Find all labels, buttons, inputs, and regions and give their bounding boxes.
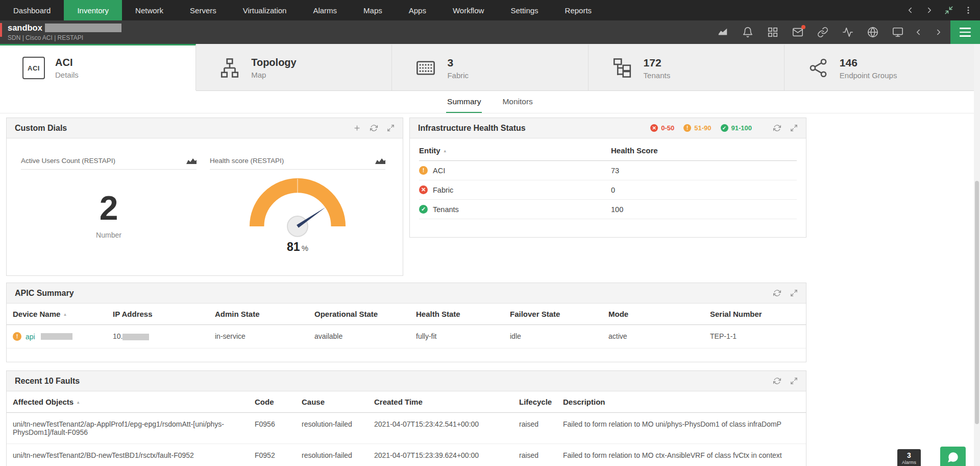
nav-item-alarms[interactable]: Alarms [300,0,350,20]
top-navigation: Dashboard Inventory Network Servers Virt… [0,0,980,20]
nav-item-inventory[interactable]: Inventory [64,0,122,20]
nav-item-virtualization[interactable]: Virtualization [230,0,300,20]
globe-icon[interactable] [867,27,878,38]
expand-icon[interactable] [790,289,798,297]
health-score-value: 0 [611,186,797,194]
affected-object: uni/tn-newTestTenant2/BD-newTestBD1/rsct… [7,444,249,466]
column-lifecycle: Lifecycle [513,391,557,413]
column-code: Code [249,391,296,413]
column-admin-state: Admin State [209,304,308,325]
nav-item-apps[interactable]: Apps [396,0,439,20]
column-serial-number: Serial Number [704,304,806,325]
recent-faults-panel: Recent 10 Faults Affected Objects Code C… [6,370,806,466]
tab-monitors[interactable]: Monitors [501,91,533,113]
panel-title: Infrastructure Health Status [418,124,526,133]
refresh-icon[interactable] [370,124,378,132]
warning-icon [13,332,21,341]
performance-activity-icon[interactable] [842,27,853,38]
next-device-icon[interactable] [934,28,943,37]
area-chart-icon[interactable] [717,27,728,38]
fault-created-time: 2021-04-07T15:23:39.624+00:00 [368,444,513,466]
device-link[interactable]: api [26,333,35,341]
column-entity[interactable]: Entity [419,146,611,155]
health-state-value: fully-fit [410,325,504,348]
topology-icon [217,56,242,80]
legend-critical: 0-50 [650,124,674,132]
kebab-menu-icon[interactable] [964,6,973,15]
panel-header: Custom Dials [7,118,403,138]
gauge-value: 81% [210,240,385,254]
nav-item-network[interactable]: Network [122,0,177,20]
affected-object: uni/tn-newTestTenant2/ap-ApplProf1/epg-e… [7,413,249,444]
nav-item-workflow[interactable]: Workflow [439,0,497,20]
nav-item-maps[interactable]: Maps [350,0,396,20]
nav-item-servers[interactable]: Servers [177,0,230,20]
alarm-bell-icon[interactable] [742,27,753,38]
device-type-breadcrumb: SDN | Cisco ACI | RESTAPI [8,34,121,41]
refresh-icon[interactable] [773,124,781,132]
card-count: 172 [644,57,671,69]
card-count: 146 [840,57,897,69]
mini-chart-icon[interactable] [375,157,385,164]
refresh-icon[interactable] [773,377,781,385]
column-description: Description [557,391,806,413]
legend-warning: 51-90 [683,124,711,132]
apic-summary-panel: APIC Summary Device Name IP Address Admi [6,283,806,362]
ip-redaction [122,334,149,340]
alarm-label: Alarms [897,460,921,465]
card-subtitle: Fabric [447,71,469,80]
fault-created-time: 2021-04-07T15:23:42.541+00:00 [368,413,513,444]
fault-lifecycle: raised [513,413,557,444]
fault-cause: resolution-failed [296,444,368,466]
fabric-icon [413,56,438,80]
scrollbar-thumb[interactable] [975,181,979,424]
nav-item-dashboard[interactable]: Dashboard [0,0,64,20]
legend-good: 91-100 [721,124,752,132]
expand-icon[interactable] [387,124,395,132]
fault-description: Failed to form relation to MO uni/phys-P… [557,413,806,444]
health-score-value: 100 [611,205,797,214]
page: Dashboard Inventory Network Servers Virt… [0,0,980,466]
nav-item-reports[interactable]: Reports [552,0,605,20]
tab-fabric[interactable]: 3 Fabric [392,44,588,90]
expand-icon[interactable] [790,377,798,385]
device-name-redaction [45,24,121,32]
aci-chip-icon: ACI [21,56,46,80]
link-icon[interactable] [817,27,828,38]
tab-topology-map[interactable]: Topology Map [196,44,392,90]
inventory-tab-cards: ACI ACI Details Topology Map [0,44,980,91]
hamburger-menu-button[interactable] [950,20,980,44]
refresh-icon[interactable] [773,289,781,297]
expand-icon[interactable] [790,124,798,132]
health-row-tenants: Tenants 100 [419,200,797,219]
tab-summary[interactable]: Summary [446,91,482,113]
column-affected-objects[interactable]: Affected Objects [7,391,249,413]
mini-chart-icon[interactable] [186,157,197,164]
widgets-grid-icon[interactable] [767,27,778,38]
tab-aci-details[interactable]: ACI ACI Details [0,44,196,90]
infrastructure-health-panel: Infrastructure Health Status 0-50 51-90 … [409,118,806,238]
chevron-left-icon[interactable] [905,6,915,15]
fault-row: uni/tn-newTestTenant2/ap-ApplProf1/epg-e… [7,413,806,444]
chevron-right-icon[interactable] [925,6,934,15]
support-chat-button[interactable] [940,447,966,466]
prev-device-icon[interactable] [914,28,923,37]
column-mode: Mode [602,304,704,325]
tab-tenants[interactable]: 172 Tenants [589,44,785,90]
card-title: Topology [251,57,297,68]
panel-header: Recent 10 Faults [7,371,806,391]
column-cause: Cause [296,391,368,413]
device-name: sandbox [8,23,42,33]
panel-header: APIC Summary [7,283,806,304]
console-icon[interactable] [892,27,903,38]
alarm-count-widget[interactable]: 3 Alarms [897,449,921,466]
nav-item-settings[interactable]: Settings [497,0,551,20]
mail-icon[interactable] [792,27,803,38]
column-device-name[interactable]: Device Name [7,304,107,325]
minimize-icon[interactable] [944,6,953,15]
fault-code: F0956 [249,413,296,444]
add-dial-icon[interactable] [353,124,361,132]
card-count: 3 [447,57,469,69]
tab-endpoint-groups[interactable]: 146 Endpoint Groups [785,44,980,90]
operational-state-value: available [308,325,410,348]
